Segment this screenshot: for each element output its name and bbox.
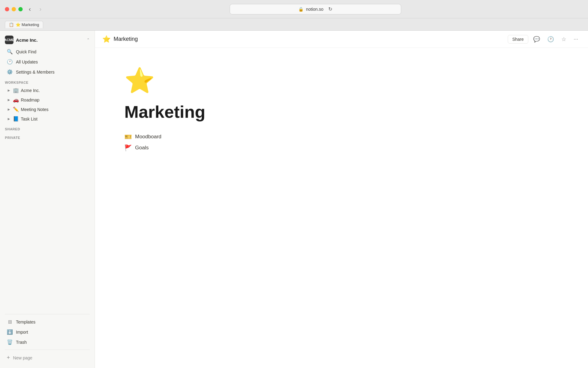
sidebar: ACME Acme Inc. ⌃ 🔍 Quick Find 🕐 All Upda… xyxy=(0,31,95,368)
trash-label: Trash xyxy=(16,340,27,345)
meeting-notes-emoji: ✏️ xyxy=(13,106,19,112)
history-button[interactable]: 🕐 xyxy=(545,35,556,44)
all-updates-label: All Updates xyxy=(16,59,38,64)
moodboard-emoji: 🎫 xyxy=(124,133,132,140)
import-icon: ⬇️ xyxy=(7,329,13,335)
share-button[interactable]: Share xyxy=(508,35,528,44)
sidebar-item-meeting-notes[interactable]: ▶ ✏️ Meeting Notes xyxy=(2,105,93,114)
workspace-section-label: WORKSPACE xyxy=(0,77,95,86)
workspace-name: Acme Inc. xyxy=(16,37,84,43)
forward-button[interactable]: › xyxy=(37,4,44,14)
comment-button[interactable]: 💬 xyxy=(531,35,542,44)
sidebar-item-roadmap[interactable]: ▶ 🚗 Roadmap xyxy=(2,95,93,104)
lock-icon: 🔒 xyxy=(298,7,303,12)
minimize-button[interactable] xyxy=(12,7,16,11)
shared-section-label: SHARED xyxy=(0,124,95,132)
updates-icon: 🕐 xyxy=(7,59,13,65)
meeting-notes-label: Meeting Notes xyxy=(21,107,48,112)
task-list-label: Task List xyxy=(21,117,37,121)
workspace-chevron-icon: ⌃ xyxy=(87,38,90,42)
settings-icon: ⚙️ xyxy=(7,69,13,75)
more-button[interactable]: ··· xyxy=(571,35,581,44)
favorite-icon: ☆ xyxy=(561,36,566,42)
sidebar-item-trash[interactable]: 🗑️ Trash xyxy=(2,337,93,347)
refresh-button[interactable]: ↻ xyxy=(328,6,332,12)
trash-icon: 🗑️ xyxy=(7,339,13,345)
goals-label: Goals xyxy=(135,145,149,151)
page-title-header: ⭐ Marketing xyxy=(102,35,504,43)
header-actions: Share 💬 🕐 ☆ ··· xyxy=(508,35,581,44)
import-label: Import xyxy=(16,330,28,335)
content-area: ⭐ Marketing Share 💬 🕐 ☆ ··· xyxy=(95,31,588,368)
sidebar-item-import[interactable]: ⬇️ Import xyxy=(2,327,93,337)
sidebar-divider xyxy=(5,314,90,314)
settings-label: Settings & Members xyxy=(16,70,55,75)
moodboard-label: Moodboard xyxy=(135,134,161,140)
private-section-label: PRIVATE xyxy=(0,132,95,141)
traffic-lights xyxy=(5,7,23,11)
toggle-icon: ▶ xyxy=(7,108,11,111)
address-bar[interactable]: 🔒 notion.so ↻ xyxy=(230,4,401,14)
toggle-icon: ▶ xyxy=(7,89,11,92)
plus-icon: + xyxy=(7,355,10,361)
workspace-header[interactable]: ACME Acme Inc. ⌃ xyxy=(0,31,95,47)
back-button[interactable]: ‹ xyxy=(26,4,33,14)
sidebar-item-task-list[interactable]: ▶ 📘 Task List xyxy=(2,114,93,123)
link-moodboard[interactable]: 🎫 Moodboard xyxy=(124,131,559,142)
roadmap-label: Roadmap xyxy=(21,98,40,102)
page-emoji-large: ⭐ xyxy=(124,66,559,95)
sidebar-item-quick-find[interactable]: 🔍 Quick Find xyxy=(2,47,93,56)
tab-label: ⭐ Marketing xyxy=(16,22,39,27)
sidebar-item-acme-inc[interactable]: ▶ 🏢 Acme Inc. xyxy=(2,86,93,95)
main-layout: ACME Acme Inc. ⌃ 🔍 Quick Find 🕐 All Upda… xyxy=(0,31,588,368)
task-list-emoji: 📘 xyxy=(13,116,19,122)
sidebar-item-all-updates[interactable]: 🕐 All Updates xyxy=(2,57,93,67)
acme-emoji: 🏢 xyxy=(13,87,19,93)
toggle-icon: ▶ xyxy=(7,98,11,102)
page-header-title: Marketing xyxy=(114,36,138,42)
comment-icon: 💬 xyxy=(533,36,540,42)
more-icon: ··· xyxy=(574,36,578,42)
workspace-icon: ACME xyxy=(5,36,13,44)
sidebar-item-settings[interactable]: ⚙️ Settings & Members xyxy=(2,67,93,77)
acme-label: Acme Inc. xyxy=(21,88,40,93)
link-goals[interactable]: 🚩 Goals xyxy=(124,142,559,153)
header-star-icon: ⭐ xyxy=(102,35,111,43)
templates-icon: ⊞ xyxy=(7,319,13,325)
toggle-icon: ▶ xyxy=(7,117,11,121)
tab-notion-icon: 📋 xyxy=(9,22,14,27)
title-bar: ‹ › 🔒 notion.so ↻ xyxy=(0,0,588,18)
tab-bar: 📋 ⭐ Marketing xyxy=(0,18,588,31)
page-title-large: Marketing xyxy=(124,102,559,121)
maximize-button[interactable] xyxy=(18,7,23,11)
url-text: notion.so xyxy=(306,7,323,12)
sidebar-item-templates[interactable]: ⊞ Templates xyxy=(2,317,93,327)
search-icon: 🔍 xyxy=(7,49,13,55)
favorite-button[interactable]: ☆ xyxy=(559,35,569,44)
page-content: ⭐ Marketing 🎫 Moodboard 🚩 Goals xyxy=(95,48,588,368)
new-page-button[interactable]: + New page xyxy=(2,353,93,363)
history-icon: 🕐 xyxy=(547,36,554,42)
sidebar-divider-2 xyxy=(5,350,90,350)
templates-label: Templates xyxy=(16,320,36,324)
close-button[interactable] xyxy=(5,7,9,11)
roadmap-emoji: 🚗 xyxy=(13,97,19,103)
new-page-label: New page xyxy=(13,355,32,360)
content-header: ⭐ Marketing Share 💬 🕐 ☆ ··· xyxy=(95,31,588,48)
active-tab[interactable]: 📋 ⭐ Marketing xyxy=(5,21,43,28)
quick-find-label: Quick Find xyxy=(16,49,36,54)
goals-emoji: 🚩 xyxy=(124,144,132,151)
